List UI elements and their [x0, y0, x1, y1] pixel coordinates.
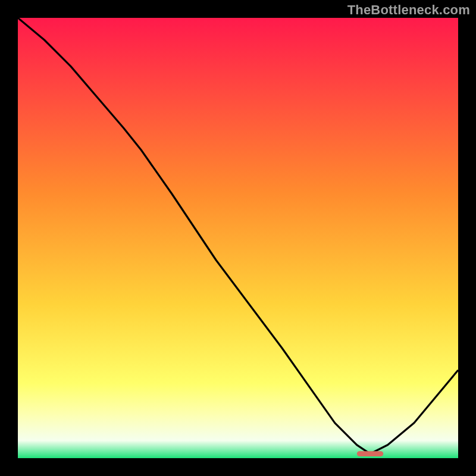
chart-svg — [18, 18, 458, 458]
watermark-label: TheBottleneck.com — [347, 2, 470, 18]
gradient-background — [18, 18, 458, 458]
plot-area — [18, 18, 458, 458]
chart-frame: TheBottleneck.com — [0, 0, 476, 476]
optimal-marker — [357, 451, 383, 456]
